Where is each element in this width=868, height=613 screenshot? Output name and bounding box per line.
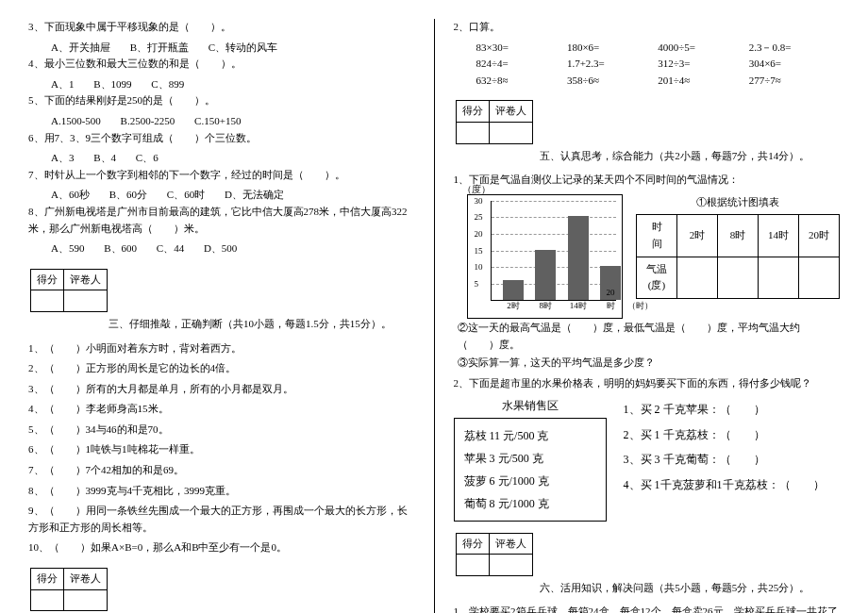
blank-cell[interactable] <box>677 257 718 298</box>
grader-cell[interactable] <box>64 290 108 312</box>
mc: 632÷8≈ <box>476 73 567 90</box>
fruit-row: 菠萝 6 元/1000 克 <box>464 470 596 492</box>
opt: B、打开瓶盖 <box>130 40 189 57</box>
mc: 201÷4≈ <box>658 73 748 90</box>
question-3: 3、下面现象中属于平移现象的是（ ）。 <box>28 19 415 36</box>
sub-q-2: ②这一天的最高气温是（ ）度，最低气温是（ ）度，平均气温大约（ ）度。 <box>454 319 841 354</box>
score-label: 得分 <box>456 101 489 123</box>
fruit-title: 水果销售区 <box>454 397 607 415</box>
fruit-area: 水果销售区 荔枝 11 元/500 克 苹果 3 元/500 克 菠萝 6 元/… <box>454 397 841 521</box>
grader-label: 评卷人 <box>64 269 108 290</box>
blank-cell[interactable] <box>718 257 759 298</box>
score-cell[interactable] <box>31 589 64 611</box>
opt: C.150+150 <box>194 113 241 130</box>
fill-table-wrap: ①根据统计图填表 时 间 2时 8时 14时 20时 气温(度) <box>636 194 840 319</box>
opt: C、44 <box>157 240 184 257</box>
fruit-row: 荔枝 11 元/500 克 <box>464 424 596 447</box>
question-8-options: A、590 B、600 C、44 D、500 <box>28 240 415 257</box>
question-3-options: A、开关抽屉 B、打开瓶盖 C、转动的风车 <box>28 40 415 57</box>
fruit-q-item: 3、买 3 千克葡萄：（ ） <box>624 447 825 472</box>
mc: 4000÷5= <box>658 40 748 57</box>
fruit-row: 葡萄 8 元/1000 克 <box>464 492 596 515</box>
tc: 2时 <box>677 215 718 257</box>
judge-item: 3、（ ）所有的大月都是单月，所有的小月都是双月。 <box>28 381 415 398</box>
th-temp: 气温(度) <box>637 257 677 298</box>
judge-item: 5、（ ）34与46的和是70。 <box>28 422 415 439</box>
judge-item: 1、（ ）小明面对着东方时，背对着西方。 <box>28 340 415 357</box>
opt: B.2500-2250 <box>121 113 175 130</box>
mc: 180×6= <box>567 40 658 57</box>
opt: A.1500-500 <box>51 113 101 130</box>
chart-and-table: （度） 510152025302时8时14时20时（时） ①根据统计图填表 时 … <box>454 194 841 319</box>
judge-item: 8、（ ）3999克与4千克相比，3999克重。 <box>28 483 415 500</box>
mc: 1.7+2.3= <box>567 56 658 73</box>
judge-item: 7、（ ）7个42相加的和是69。 <box>28 462 415 479</box>
grader-cell[interactable] <box>489 122 532 143</box>
fruit-questions: 1、买 2 千克苹果：（ ） 2、买 1 千克荔枝：（ ） 3、买 3 千克葡萄… <box>624 397 825 521</box>
judge-item: 9、（ ）用同一条铁丝先围成一个最大的正方形，再围成一个最大的长方形，长方形和正… <box>28 503 415 536</box>
opt: C、899 <box>151 76 184 93</box>
section-6-title: 六、活用知识，解决问题（共5小题，每题5分，共25分）。 <box>510 580 841 597</box>
grader-cell[interactable] <box>64 589 108 611</box>
opt: A、60秒 <box>51 187 90 204</box>
judge-item: 4、（ ）李老师身高15米。 <box>28 401 415 418</box>
score-box-5: 得分评卷人 <box>456 100 533 143</box>
sub-q-3: ③实际算一算，这天的平均气温是多少度？ <box>454 354 841 372</box>
section-5-q2: 2、下面是超市里的水果价格表，明明的妈妈要买下面的东西，得付多少钱呢？ <box>454 375 841 392</box>
fruit-q-item: 2、买 1 千克荔枝：（ ） <box>624 422 825 447</box>
opt: B、600 <box>104 240 137 257</box>
opt: C、60时 <box>167 187 205 204</box>
grader-label: 评卷人 <box>489 533 532 555</box>
opt: A、3 <box>51 150 74 167</box>
score-box-3: 得分评卷人 <box>30 269 108 312</box>
mc: 277÷7≈ <box>749 73 840 90</box>
grader-cell[interactable] <box>489 555 532 576</box>
fill-table-title: ①根据统计图填表 <box>636 194 840 211</box>
grader-label: 评卷人 <box>489 101 532 123</box>
mc: 824÷4= <box>476 56 567 73</box>
right-column: 2、口算。 83×30= 180×6= 4000÷5= 2.3－0.8= 824… <box>454 19 841 613</box>
tc: 20时 <box>799 215 840 257</box>
score-cell[interactable] <box>456 122 489 143</box>
mc: 304×6= <box>749 56 840 73</box>
page: 3、下面现象中属于平移现象的是（ ）。 A、开关抽屉 B、打开瓶盖 C、转动的风… <box>28 19 840 613</box>
opt: A、1 <box>51 76 74 93</box>
column-divider <box>434 19 435 613</box>
mc: 2.3－0.8= <box>749 40 840 57</box>
score-cell[interactable] <box>456 555 489 576</box>
question-7: 7、时针从上一个数字到相邻的下一个数字，经过的时间是（ ）。 <box>28 167 415 184</box>
question-6: 6、用7、3、9三个数字可组成（ ）个三位数。 <box>28 130 415 147</box>
opt: B、60分 <box>109 187 147 204</box>
question-4-options: A、1 B、1099 C、899 <box>28 76 415 93</box>
opt: C、转动的风车 <box>209 40 277 57</box>
section-3-title: 三、仔细推敲，正确判断（共10小题，每题1.5分，共15分）。 <box>85 316 415 333</box>
opt: A、590 <box>51 240 84 257</box>
question-6-options: A、3 B、4 C、6 <box>28 150 415 167</box>
score-label: 得分 <box>31 569 64 590</box>
opt: D、无法确定 <box>225 187 284 204</box>
blank-cell[interactable] <box>759 257 799 298</box>
mc: 358÷6≈ <box>567 73 658 90</box>
chart-bar <box>568 216 589 299</box>
judge-item: 6、（ ）1吨铁与1吨棉花一样重。 <box>28 441 415 458</box>
score-label: 得分 <box>31 269 64 290</box>
fruit-price-wrap: 水果销售区 荔枝 11 元/500 克 苹果 3 元/500 克 菠萝 6 元/… <box>454 397 607 521</box>
section-5-title: 五、认真思考，综合能力（共2小题，每题7分，共14分）。 <box>510 148 841 165</box>
fruit-q-item: 1、买 2 千克苹果：（ ） <box>624 397 825 422</box>
question-5-options: A.1500-500 B.2500-2250 C.150+150 <box>28 113 415 130</box>
section-5-q1: 1、下面是气温自测仪上记录的某天四个不同时间的气温情况： <box>454 172 841 189</box>
tc: 14时 <box>759 215 799 257</box>
score-cell[interactable] <box>31 290 64 312</box>
section-6-q1: 1、学校要买2箱乒乓球，每箱24盒，每盒12个，每盒卖26元，学校买乒乓球一共花… <box>454 604 841 613</box>
mc: 312÷3= <box>658 56 748 73</box>
score-box-6: 得分评卷人 <box>456 533 533 576</box>
temperature-chart: （度） 510152025302时8时14时20时（时） <box>467 194 624 319</box>
tc: 8时 <box>718 215 759 257</box>
opt: A、开关抽屉 <box>51 40 110 57</box>
th-time: 时 间 <box>637 215 677 257</box>
blank-cell[interactable] <box>799 257 840 298</box>
score-label: 得分 <box>456 533 489 555</box>
question-4: 4、最小三位数和最大三位数的和是（ ）。 <box>28 56 415 73</box>
chart-bar <box>535 250 556 300</box>
opt: B、4 <box>93 150 116 167</box>
